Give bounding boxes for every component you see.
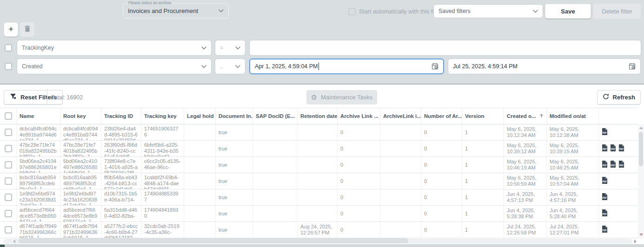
pdf-file-icon[interactable]: PDF [610, 161, 616, 169]
condition-1-operator-select[interactable]: = [215, 40, 246, 56]
cell-retention_date [298, 124, 338, 140]
add-condition-button[interactable]: + [4, 22, 18, 37]
column-header-tracking_id[interactable]: Tracking ID [101, 108, 141, 124]
table-row[interactable]: bcbc816aab954897968f53cdeb9ba0e4_1bcbc81… [0, 173, 638, 189]
table-header-row: NameRoot keyTracking IDTracking keyLegal… [0, 108, 638, 124]
column-header-root_key[interactable]: Root key [60, 108, 101, 124]
cell-actions: PDF [599, 206, 638, 221]
scroll-right-arrow-icon[interactable] [634, 240, 637, 243]
column-header-name[interactable]: Name [17, 108, 60, 124]
cell-version: 1 [462, 222, 504, 238]
row-checkbox[interactable] [5, 194, 12, 201]
column-header-archivelink_i[interactable]: ArchiveLink i... [380, 108, 421, 124]
start-automatically-checkbox[interactable] [348, 8, 356, 15]
column-header-label: Tracking ID [104, 113, 133, 119]
horizontal-scrollbar-thumb[interactable] [19, 238, 408, 243]
condition-2-field-select[interactable]: Created [17, 58, 212, 74]
saved-filters-select[interactable]: Saved filters [433, 4, 543, 18]
cell-number_of_ar: 0 [421, 206, 462, 221]
column-header-modified_on[interactable]: Modified on/at [547, 108, 599, 124]
table-row[interactable]: dcbca84fcd094c4e891ba9744d6ca734_1dcbca8… [0, 124, 638, 141]
table-body: dcbca84fcd094c4e891ba9744d6ca734_1dcbca8… [0, 124, 638, 238]
pdf-file-icon[interactable]: PDF [602, 161, 608, 169]
column-header-tracking_key[interactable]: Tracking key [141, 108, 184, 124]
maintenance-tasks-button[interactable]: ⚙ Maintenance Tasks [306, 90, 377, 104]
svg-text:PDF: PDF [619, 164, 624, 167]
delete-filter-button[interactable]: Delete filter [593, 4, 641, 19]
cell-created_on: May 6, 2025, 10:39:12 AM [504, 141, 547, 156]
pdf-file-icon[interactable]: PDF [602, 128, 608, 136]
column-header-number_of_ar[interactable]: Number of Ar... [421, 108, 462, 124]
vertical-scrollbar[interactable] [638, 124, 644, 238]
row-checkbox[interactable] [5, 145, 12, 152]
cell-root_key: 47bc28e71fe74018a822495b2bb3f90e_1 [60, 141, 101, 156]
date-to-input[interactable]: Jul 25, 2025, 4:59:14 PM [448, 58, 641, 74]
scroll-down-arrow-icon[interactable] [639, 234, 643, 236]
cell-archive_link: 0 [338, 157, 380, 173]
select-all-checkbox[interactable] [5, 112, 12, 120]
row-checkbox[interactable] [5, 129, 12, 136]
cell-tracking_key: 1749049418930 [141, 206, 184, 221]
table-row[interactable]: 47bc28e71fe74018a822495b2bb3f90e_147bc28… [0, 141, 638, 157]
row-checkbox[interactable] [5, 226, 12, 234]
column-header-retention_date[interactable]: Retention date [298, 108, 338, 124]
column-header-label: ArchiveLink i... [383, 113, 421, 119]
scroll-up-arrow-icon[interactable] [639, 127, 643, 129]
horizontal-scrollbar[interactable] [0, 238, 638, 244]
cell-number_of_ar: 0 [421, 157, 462, 173]
cell-actions: PDF [599, 222, 638, 238]
row-checkbox[interactable] [5, 177, 12, 185]
condition-1-checkbox[interactable] [5, 44, 12, 52]
table-row[interactable]: 1e9fd2e6bd974c23a1620838d17ab42e_11e9fd2… [0, 189, 638, 206]
column-header-created_on[interactable]: Created o... [504, 108, 547, 124]
sort-ascending-icon [539, 114, 544, 118]
calendar-clock-icon[interactable] [432, 63, 438, 70]
cell-retention_date [298, 189, 338, 205]
cell-legal_hold [184, 141, 216, 156]
column-header-legal_hold[interactable]: Legal hold [184, 108, 216, 124]
save-button[interactable]: Save [545, 4, 591, 19]
cell-actions: PDFPDFPDF [599, 157, 638, 173]
cell-tracking_id: ff0b548a-eb43-4264-b813-cc577a1d1dc9 [101, 173, 141, 189]
cell-sap_docid [253, 222, 298, 238]
table-row[interactable]: d674f1adb7f94971b324996366cb6615_1d674f1… [0, 222, 638, 238]
condition-2-operator-select[interactable]: .. [215, 58, 246, 74]
refresh-button[interactable]: Refresh [597, 90, 641, 104]
scroll-left-arrow-icon[interactable] [13, 240, 15, 243]
column-header-label: Number of Ar... [424, 113, 462, 119]
pdf-file-icon[interactable]: PDF [602, 193, 608, 202]
table-row[interactable]: ad5bcecd7f664dce8573e8b9508471c4_1ad5bce… [0, 206, 638, 222]
column-header-archive_link[interactable]: Archive Link ... [338, 108, 380, 124]
condition-2-checkbox[interactable] [5, 63, 12, 70]
pdf-file-icon[interactable]: PDF [602, 209, 608, 218]
row-checkbox[interactable] [5, 161, 12, 169]
row-checkbox[interactable] [5, 210, 12, 217]
date-from-input[interactable]: Apr 1, 2025, 4:59:04 PM [249, 58, 444, 74]
condition-1-value-input[interactable] [249, 40, 641, 56]
chevron-down-icon [201, 46, 206, 50]
cell-tracking_id: 738f04e8-c7e1-4016-a925-a9526596c28f [101, 157, 141, 173]
pdf-file-icon[interactable]: PDF [602, 144, 608, 153]
cell-version: 1 [462, 206, 504, 221]
pdf-file-icon[interactable]: PDF [610, 144, 616, 153]
calendar-clock-icon[interactable] [629, 63, 636, 70]
pdf-file-icon[interactable]: PDF [618, 161, 624, 169]
column-header-version[interactable]: Version [462, 108, 504, 124]
condition-1-field-select[interactable]: TrackingKey [17, 40, 212, 56]
vertical-scrollbar-thumb[interactable] [639, 132, 643, 166]
cell-created_on: Jun 4, 2025, 5:28:38 PM [504, 206, 547, 221]
pdf-file-icon[interactable]: PDF [602, 177, 608, 185]
column-header-sap_docid[interactable]: SAP DocID (E... [253, 108, 298, 124]
cell-root_key: 1e9fd2e6bd974c23a1620838d17ab42e_1 [60, 189, 101, 205]
chevron-down-icon [235, 46, 240, 50]
pdf-file-icon[interactable]: PDF [602, 226, 608, 234]
text-cursor [319, 63, 319, 70]
table-row[interactable]: 5bd06ea2c410497e886265801ebfdb0d_15bd06e… [0, 157, 638, 173]
cell-name: 1e9fd2e6bd974c23a1620838d17ab42e_1 [17, 189, 60, 205]
column-header-document_in[interactable]: Document In... [216, 108, 253, 124]
cell-document_in: true [216, 124, 253, 140]
cell-tracking_id: a5277fc2-ebcc-4c66-b0b4-27dd0b512182 [101, 222, 141, 238]
delete-condition-button[interactable] [20, 22, 34, 37]
pdf-file-icon[interactable]: PDF [618, 144, 624, 153]
archive-select[interactable]: Please select an archive Invoices and Pr… [123, 3, 229, 19]
